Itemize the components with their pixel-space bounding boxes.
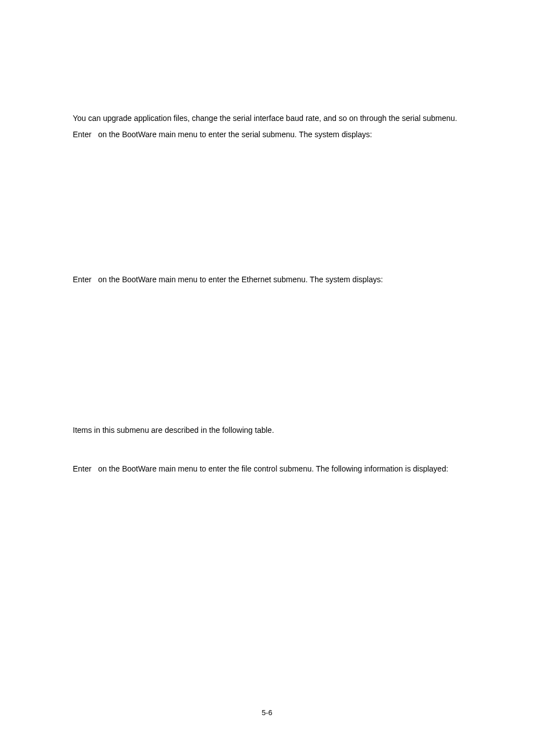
paragraph-filecontrol-enter: Enter on the BootWare main menu to enter… <box>73 463 461 475</box>
page-number: 5-6 <box>0 708 534 717</box>
text-serial-rest: on the BootWare main menu to enter the s… <box>98 130 372 139</box>
text-enter-2: Enter <box>73 275 91 284</box>
paragraph-serial-enter: Enter on the BootWare main menu to enter… <box>73 128 461 141</box>
text-enter-3: Enter <box>73 464 91 473</box>
spacer-3 <box>73 440 461 463</box>
paragraph-serial-intro: You can upgrade application files, chang… <box>73 112 461 125</box>
spacer-2 <box>73 290 461 424</box>
spacer-1 <box>73 144 461 273</box>
text-enter-1: Enter <box>73 130 91 139</box>
paragraph-items-table: Items in this submenu are described in t… <box>73 424 461 437</box>
text-filecontrol-rest: on the BootWare main menu to enter the f… <box>98 464 448 473</box>
page-container: You can upgrade application files, chang… <box>0 0 534 756</box>
text-ethernet-rest: on the BootWare main menu to enter the E… <box>98 275 383 284</box>
paragraph-ethernet-enter: Enter on the BootWare main menu to enter… <box>73 273 461 286</box>
